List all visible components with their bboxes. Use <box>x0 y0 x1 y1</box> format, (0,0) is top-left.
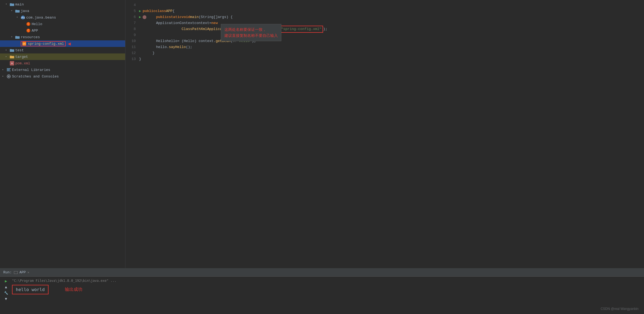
run-panel-body: ▶ ▲ 🔧 ▼ "C:\Program Files\Java\jdk1.8.0_… <box>0 277 644 314</box>
sidebar-item-resources[interactable]: resources <box>0 34 125 40</box>
sidebar-item-target[interactable]: target <box>0 53 125 60</box>
watermark: CSDN @real Wangyanbin <box>601 307 639 311</box>
maven-icon: m <box>10 61 14 65</box>
code-line-8: ClassPathXmlApplicationContext ( configL… <box>139 26 644 32</box>
xml-file-icon: xml <box>22 42 26 46</box>
sidebar-item-label: test <box>15 48 24 52</box>
hello-world-output: hello world <box>12 285 49 294</box>
arrow-icon <box>5 2 9 6</box>
arrow-icon <box>11 35 15 39</box>
sidebar-item-label: Scratches and Consoles <box>12 74 59 79</box>
line-number: 4 <box>125 2 136 8</box>
sidebar-item-label: External Libraries <box>12 68 50 72</box>
sidebar-item-label: resources <box>21 35 40 39</box>
code-content[interactable]: ▶ public class APP { ▶ public static voi… <box>139 2 644 268</box>
code-line-11: } <box>139 50 644 56</box>
string-red-box: "spring-config.xml" <box>279 26 323 33</box>
project-tree: main java pkg com.java.beans C <box>0 0 125 268</box>
run-arrow-icon: ▶ <box>139 8 141 14</box>
tool-button[interactable]: 🔧 <box>4 291 8 295</box>
sidebar-item-label: com.java.beans <box>26 16 56 20</box>
code-line-13 <box>139 62 644 68</box>
code-line-9: Hello hello = ( Hello ) context. getBean… <box>139 38 644 44</box>
folder-icon <box>10 49 14 52</box>
sidebar-item-test[interactable]: test <box>0 47 125 53</box>
svg-text:C: C <box>28 29 29 32</box>
library-icon <box>7 68 11 72</box>
editor-content: 4 5 6 7 8 9 10 11 12 13 ▶ public clas <box>125 0 644 268</box>
folder-icon <box>15 9 20 13</box>
run-label: Run: <box>3 270 12 274</box>
sidebar-item-label: java <box>21 9 29 13</box>
sidebar-item-label: Hello <box>32 22 42 26</box>
line-number: 12 <box>125 50 136 56</box>
code-line-5: ▶ public class APP { <box>139 8 644 14</box>
sidebar-item-package[interactable]: pkg com.java.beans <box>0 14 125 21</box>
code-line-4 <box>139 2 644 8</box>
java-file-icon: C <box>26 28 31 33</box>
arrow-icon <box>2 74 6 78</box>
sidebar-item-main[interactable]: main <box>0 1 125 8</box>
svg-rect-3 <box>15 10 17 11</box>
svg-text:xml: xml <box>23 43 26 45</box>
spring-config-red-highlight: xml spring-config.xml <box>21 41 66 46</box>
code-line-7: ApplicationContext context = new <box>139 20 644 26</box>
arrow-icon <box>11 9 15 13</box>
success-label: 输出成功 <box>65 287 82 292</box>
svg-text:C: C <box>28 23 29 25</box>
scratch-icon <box>7 74 11 79</box>
sidebar-item-pom[interactable]: m pom.xml <box>0 60 125 67</box>
sidebar-item-label: APP <box>32 29 38 33</box>
line-numbers: 4 5 6 7 8 9 10 11 12 13 <box>125 2 139 268</box>
sidebar-item-label: spring-config.xml <box>28 42 64 46</box>
svg-rect-11 <box>15 36 17 37</box>
svg-rect-1 <box>10 3 12 4</box>
svg-text:m: m <box>11 62 13 65</box>
sidebar-item-external-libraries[interactable]: External Libraries <box>0 67 125 73</box>
svg-text:pkg: pkg <box>21 16 25 19</box>
package-icon: pkg <box>21 15 25 20</box>
code-editor: 4 5 6 7 8 9 10 11 12 13 ▶ public clas <box>125 0 644 268</box>
run-panel: Run: APP ✕ ▶ ▲ 🔧 ▼ "C:\Program Files\Jav… <box>0 268 644 314</box>
sidebar-item-label: target <box>15 55 28 59</box>
run-button[interactable]: ▶ <box>5 279 7 283</box>
folder-icon <box>15 35 20 39</box>
sidebar-item-spring-config[interactable]: xml spring-config.xml ◀ <box>0 40 125 47</box>
folder-icon <box>10 55 14 58</box>
line-number: 9 <box>125 32 136 38</box>
line-number: 5 <box>125 8 136 14</box>
arrow-icon <box>16 16 20 19</box>
run-panel-header: Run: APP ✕ <box>0 268 644 277</box>
run-tab[interactable]: APP ✕ <box>14 270 29 274</box>
scroll-down-button[interactable]: ▼ <box>5 297 7 301</box>
line-number: 7 <box>125 20 136 26</box>
svg-rect-21 <box>7 69 10 70</box>
breakpoint-dot <box>143 15 146 19</box>
svg-rect-23 <box>7 71 11 71</box>
java-file-icon: C <box>26 22 31 26</box>
sidebar-item-label: pom.xml <box>15 61 30 65</box>
close-tab-button[interactable]: ✕ <box>28 271 29 274</box>
sidebar-item-hello[interactable]: C Hello <box>0 21 125 27</box>
scroll-up-button[interactable]: ▲ <box>5 285 7 289</box>
annotation-tooltip: 这两处名称要保证一致， 建议直接复制名称不要自己输入 <box>221 24 281 41</box>
code-line-12: } <box>139 56 644 62</box>
run-output: "C:\Program Files\Java\jdk1.8.0_192\bin\… <box>12 278 642 313</box>
line-number: 11 <box>125 44 136 50</box>
arrow-icon <box>5 55 9 59</box>
arrow-icon <box>2 68 6 72</box>
run-arrow-icon: ▶ <box>139 14 141 20</box>
console-icon <box>14 271 18 274</box>
arrow-icon <box>5 48 9 52</box>
main-area: main java pkg com.java.beans C <box>0 0 644 268</box>
run-command-line: "C:\Program Files\Java\jdk1.8.0_192\bin\… <box>12 278 642 283</box>
sidebar-item-label: main <box>15 2 24 7</box>
line-number: 8 <box>125 26 136 32</box>
sidebar-item-app[interactable]: C APP <box>0 27 125 34</box>
svg-rect-15 <box>10 49 12 50</box>
sidebar-item-java[interactable]: java <box>0 8 125 14</box>
folder-icon <box>10 3 14 6</box>
arrow-left-indicator: ◀ <box>68 41 71 47</box>
line-number: 6 <box>125 14 136 20</box>
sidebar-item-scratches[interactable]: Scratches and Consoles <box>0 73 125 80</box>
